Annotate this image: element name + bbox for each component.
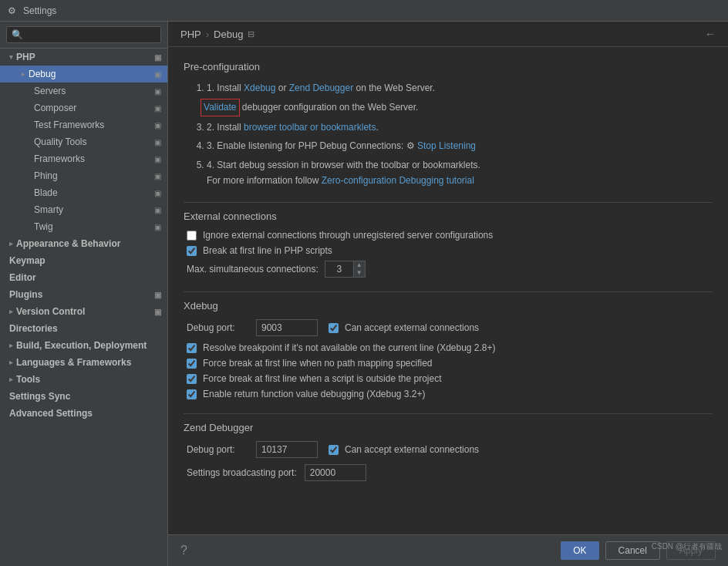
frameworks-page-icon: ▣ bbox=[154, 155, 161, 163]
sidebar-item-settings-sync[interactable]: Settings Sync bbox=[0, 388, 167, 405]
step4-before: 4. Start debug session in browser with t… bbox=[207, 160, 480, 170]
cb-enable-return-value[interactable] bbox=[187, 389, 197, 399]
sidebar-item-quality-tools[interactable]: Quality Tools ▣ bbox=[0, 133, 167, 150]
step2-before: 2. Install bbox=[207, 122, 244, 133]
max-connections-input[interactable] bbox=[325, 262, 353, 276]
sidebar-item-version-control[interactable]: ▸ Version Control ▣ bbox=[0, 303, 167, 320]
step4-line2-before: For more information follow bbox=[207, 175, 322, 186]
browser-toolbar-link[interactable]: browser toolbar or bookmarklets bbox=[244, 122, 376, 133]
apply-button[interactable]: Apply bbox=[666, 541, 716, 560]
max-connections-down[interactable]: ▼ bbox=[354, 269, 365, 277]
cb-zend-accept-external[interactable] bbox=[329, 445, 339, 455]
sidebar-item-build[interactable]: ▸ Build, Execution, Deployment bbox=[0, 337, 167, 354]
breadcrumb-current: Debug bbox=[214, 29, 243, 40]
tools-arrow: ▸ bbox=[9, 376, 13, 383]
sidebar-item-phing[interactable]: Phing ▣ bbox=[0, 167, 167, 184]
max-connections-up[interactable]: ▲ bbox=[354, 261, 365, 269]
bottom-bar: ? OK Cancel Apply bbox=[168, 534, 728, 566]
cancel-button[interactable]: Cancel bbox=[605, 541, 660, 560]
breadcrumb-parent: PHP bbox=[180, 29, 201, 40]
sidebar-item-blade[interactable]: Blade ▣ bbox=[0, 184, 167, 201]
cb-force-no-path-label[interactable]: Force break at first line when no path m… bbox=[203, 358, 433, 369]
twig-page-icon: ▣ bbox=[154, 223, 161, 231]
cb-ignore-row: Ignore external connections through unre… bbox=[184, 230, 713, 241]
cb-ignore-label[interactable]: Ignore external connections through unre… bbox=[203, 230, 493, 241]
main-layout: ▾ PHP ▣ ▸ Debug ▣ Servers ▣ Composer ▣ bbox=[0, 22, 728, 566]
sidebar-item-debug[interactable]: ▸ Debug ▣ bbox=[0, 66, 167, 83]
sidebar-item-twig[interactable]: Twig ▣ bbox=[0, 218, 167, 235]
quality-tools-page-icon: ▣ bbox=[154, 138, 161, 147]
sidebar-item-debug-label: Debug bbox=[29, 69, 56, 79]
xdebug-accept-external-row: Can accept external connections bbox=[325, 322, 479, 333]
sidebar-item-directories[interactable]: Directories bbox=[0, 320, 167, 337]
smarty-page-icon: ▣ bbox=[154, 206, 161, 214]
ok-button[interactable]: OK bbox=[561, 541, 598, 560]
cb-xdebug-accept-external[interactable] bbox=[329, 323, 339, 333]
xdebug-section: Xdebug Debug port: Can accept external c… bbox=[184, 300, 713, 399]
step2-after: . bbox=[376, 122, 378, 133]
sidebar-item-tools-label: Tools bbox=[16, 374, 40, 385]
step1-or: or bbox=[275, 83, 288, 93]
sidebar-item-servers[interactable]: Servers ▣ bbox=[0, 83, 167, 99]
sidebar-item-quality-tools-label: Quality Tools bbox=[34, 136, 86, 147]
zend-debugger-title: Zend Debugger bbox=[184, 422, 713, 433]
vc-arrow: ▸ bbox=[9, 308, 13, 315]
pre-config-step3: 3. Enable listening for PHP Debug Connec… bbox=[207, 138, 713, 153]
sidebar-item-lang-frameworks[interactable]: ▸ Languages & Frameworks bbox=[0, 354, 167, 371]
sidebar-item-test-frameworks[interactable]: Test Frameworks ▣ bbox=[0, 116, 167, 133]
sidebar-item-appearance-behavior[interactable]: ▸ Appearance & Behavior bbox=[0, 235, 167, 252]
phing-page-icon: ▣ bbox=[154, 172, 161, 180]
sidebar-item-smarty[interactable]: Smarty ▣ bbox=[0, 201, 167, 218]
sidebar-item-appearance-label: Appearance & Behavior bbox=[16, 238, 120, 249]
step1-text-before: 1. Install bbox=[207, 83, 244, 93]
content-body: Pre-configuration 1. Install Xdebug or Z… bbox=[168, 47, 728, 534]
cb-force-break-outside[interactable] bbox=[187, 374, 197, 384]
cb-ignore-external[interactable] bbox=[187, 231, 197, 241]
sidebar-item-composer[interactable]: Composer ▣ bbox=[0, 99, 167, 116]
cb-resolve-breakpoint[interactable] bbox=[187, 343, 197, 353]
cb-break-first-line[interactable] bbox=[187, 246, 197, 256]
back-button[interactable]: ← bbox=[705, 28, 716, 40]
sidebar-item-advanced-settings[interactable]: Advanced Settings bbox=[0, 405, 167, 422]
sidebar-item-frameworks[interactable]: Frameworks ▣ bbox=[0, 150, 167, 167]
help-icon[interactable]: ? bbox=[180, 544, 187, 558]
sidebar-item-settings-sync-label: Settings Sync bbox=[9, 391, 70, 402]
cb-enable-return-row: Enable return function value debugging (… bbox=[184, 389, 713, 399]
validate-link[interactable]: Validate bbox=[201, 99, 239, 116]
sidebar-item-test-frameworks-label: Test Frameworks bbox=[34, 120, 104, 130]
cb-zend-accept-label[interactable]: Can accept external connections bbox=[345, 444, 479, 455]
xdebug-link[interactable]: Xdebug bbox=[244, 83, 275, 93]
external-connections-title: External connections bbox=[184, 211, 713, 222]
sidebar-item-tools[interactable]: ▸ Tools bbox=[0, 371, 167, 388]
sidebar-item-keymap[interactable]: Keymap bbox=[0, 252, 167, 269]
sidebar-item-editor[interactable]: Editor bbox=[0, 269, 167, 286]
lang-arrow: ▸ bbox=[9, 359, 13, 366]
zend-debugger-link[interactable]: Zend Debugger bbox=[289, 83, 353, 93]
max-connections-row: Max. simultaneous connections: ▲ ▼ bbox=[184, 261, 713, 278]
cb-enable-return-label[interactable]: Enable return function value debugging (… bbox=[203, 389, 426, 399]
cb-accept-external-label[interactable]: Can accept external connections bbox=[345, 322, 479, 333]
zend-port-input[interactable] bbox=[256, 441, 318, 458]
zend-broadcast-input[interactable] bbox=[305, 464, 366, 481]
cb-force-break-no-path[interactable] bbox=[187, 359, 197, 369]
vc-page-icon: ▣ bbox=[154, 308, 161, 316]
pre-config-title: Pre-configuration bbox=[184, 61, 713, 72]
stop-listening-link[interactable]: Stop Listening bbox=[417, 140, 476, 151]
cb-force-outside-label[interactable]: Force break at first line when a script … bbox=[203, 373, 441, 384]
cb-resolve-bp-row: Resolve breakpoint if it's not available… bbox=[184, 342, 713, 353]
sidebar-item-plugins[interactable]: Plugins ▣ bbox=[0, 286, 167, 303]
step1b-after: debugger configuration on the Web Server… bbox=[240, 102, 419, 113]
appearance-arrow: ▸ bbox=[9, 240, 13, 248]
zend-accept-row: Can accept external connections bbox=[325, 444, 479, 455]
external-connections-section: External connections Ignore external con… bbox=[184, 211, 713, 278]
max-connections-label: Max. simultaneous connections: bbox=[187, 264, 318, 275]
divider-2 bbox=[184, 291, 713, 292]
plugins-page-icon: ▣ bbox=[154, 291, 161, 299]
zend-broadcast-row: Settings broadcasting port: bbox=[184, 464, 713, 481]
cb-break-first-label[interactable]: Break at first line in PHP scripts bbox=[203, 245, 332, 256]
zero-config-link[interactable]: Zero-configuration Debugging tutorial bbox=[322, 175, 474, 186]
xdebug-port-input[interactable] bbox=[256, 319, 318, 336]
sidebar-search-input[interactable] bbox=[6, 26, 161, 43]
cb-resolve-bp-label[interactable]: Resolve breakpoint if it's not available… bbox=[203, 342, 496, 353]
sidebar-item-php[interactable]: ▾ PHP ▣ bbox=[0, 49, 167, 66]
